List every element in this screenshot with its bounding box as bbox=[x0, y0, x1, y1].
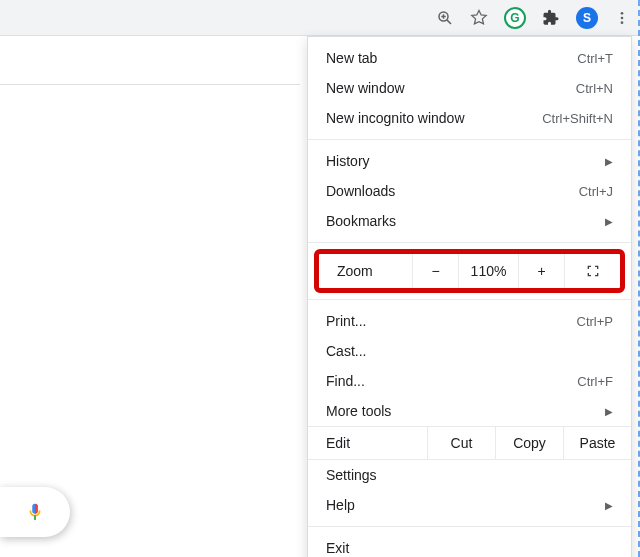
menu-item-more-tools[interactable]: More tools ▶ bbox=[308, 396, 631, 426]
menu-separator bbox=[308, 299, 631, 300]
menu-shortcut: Ctrl+N bbox=[523, 81, 613, 96]
menu-label: Find... bbox=[326, 373, 523, 389]
menu-label: History bbox=[326, 153, 595, 169]
menu-label: Zoom bbox=[319, 263, 412, 279]
svg-point-6 bbox=[621, 21, 624, 24]
menu-label: Help bbox=[326, 497, 595, 513]
menu-item-settings[interactable]: Settings bbox=[308, 460, 631, 490]
menu-item-history[interactable]: History ▶ bbox=[308, 146, 631, 176]
menu-item-help[interactable]: Help ▶ bbox=[308, 490, 631, 520]
svg-point-4 bbox=[621, 12, 624, 15]
menu-item-new-tab[interactable]: New tab Ctrl+T bbox=[308, 43, 631, 73]
extension-grammarly-icon[interactable]: G bbox=[504, 7, 526, 29]
menu-item-downloads[interactable]: Downloads Ctrl+J bbox=[308, 176, 631, 206]
menu-item-bookmarks[interactable]: Bookmarks ▶ bbox=[308, 206, 631, 236]
zoom-highlight-annotation: Zoom − 110% + bbox=[314, 249, 625, 293]
menu-shortcut: Ctrl+J bbox=[523, 184, 613, 199]
menu-item-exit[interactable]: Exit bbox=[308, 533, 631, 557]
menu-label: Edit bbox=[308, 427, 427, 459]
menu-label: Print... bbox=[326, 313, 523, 329]
browser-main-menu: New tab Ctrl+T New window Ctrl+N New inc… bbox=[307, 36, 632, 557]
submenu-arrow-icon: ▶ bbox=[603, 216, 613, 227]
svg-line-1 bbox=[447, 19, 451, 23]
zoom-indicator-icon[interactable] bbox=[436, 9, 454, 27]
submenu-arrow-icon: ▶ bbox=[603, 500, 613, 511]
zoom-level-value: 110% bbox=[458, 254, 518, 288]
fullscreen-button[interactable] bbox=[564, 254, 620, 288]
extensions-puzzle-icon[interactable] bbox=[542, 9, 560, 27]
kebab-menu-icon[interactable] bbox=[614, 10, 630, 26]
microphone-icon bbox=[24, 501, 46, 523]
menu-label: New incognito window bbox=[326, 110, 523, 126]
browser-toolbar: G S bbox=[0, 0, 640, 36]
menu-item-new-window[interactable]: New window Ctrl+N bbox=[308, 73, 631, 103]
copy-button[interactable]: Copy bbox=[495, 427, 563, 459]
menu-label: Downloads bbox=[326, 183, 523, 199]
menu-item-find[interactable]: Find... Ctrl+F bbox=[308, 366, 631, 396]
menu-item-incognito[interactable]: New incognito window Ctrl+Shift+N bbox=[308, 103, 631, 133]
submenu-arrow-icon: ▶ bbox=[603, 156, 613, 167]
menu-label: Bookmarks bbox=[326, 213, 595, 229]
menu-shortcut: Ctrl+T bbox=[523, 51, 613, 66]
submenu-arrow-icon: ▶ bbox=[603, 406, 613, 417]
menu-separator bbox=[308, 242, 631, 243]
menu-label: Settings bbox=[326, 467, 613, 483]
menu-shortcut: Ctrl+P bbox=[523, 314, 613, 329]
zoom-out-button[interactable]: − bbox=[412, 254, 458, 288]
profile-avatar[interactable]: S bbox=[576, 7, 598, 29]
voice-search-button[interactable] bbox=[0, 487, 70, 537]
menu-label: Cast... bbox=[326, 343, 613, 359]
menu-label: More tools bbox=[326, 403, 595, 419]
cut-button[interactable]: Cut bbox=[427, 427, 495, 459]
content-divider bbox=[0, 84, 300, 85]
paste-button[interactable]: Paste bbox=[563, 427, 631, 459]
menu-item-cast[interactable]: Cast... bbox=[308, 336, 631, 366]
menu-shortcut: Ctrl+Shift+N bbox=[523, 111, 613, 126]
menu-item-zoom: Zoom − 110% + bbox=[319, 254, 620, 288]
menu-label: New window bbox=[326, 80, 523, 96]
menu-separator bbox=[308, 139, 631, 140]
menu-shortcut: Ctrl+F bbox=[523, 374, 613, 389]
menu-label: Exit bbox=[326, 540, 613, 556]
bookmark-star-icon[interactable] bbox=[470, 9, 488, 27]
svg-point-5 bbox=[621, 16, 624, 19]
menu-separator bbox=[308, 526, 631, 527]
menu-item-print[interactable]: Print... Ctrl+P bbox=[308, 306, 631, 336]
menu-item-edit: Edit Cut Copy Paste bbox=[308, 426, 631, 460]
menu-label: New tab bbox=[326, 50, 523, 66]
zoom-in-button[interactable]: + bbox=[518, 254, 564, 288]
